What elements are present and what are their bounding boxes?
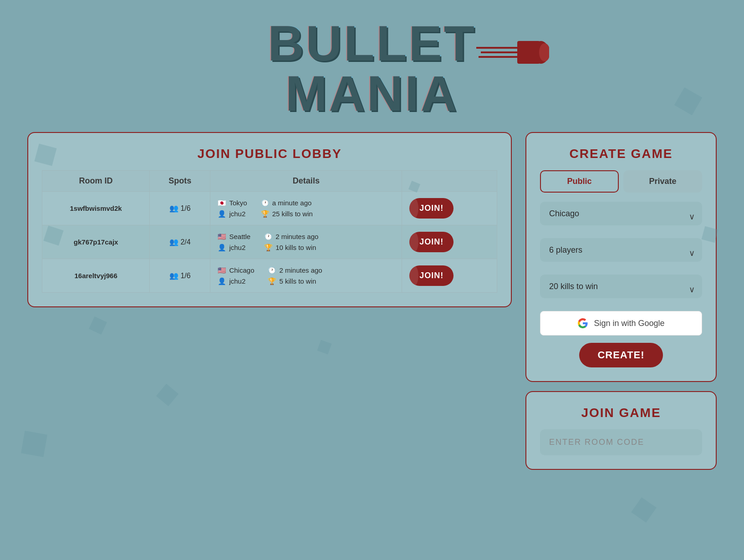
table-row: 1swfbwismvd2k 👥 1/6 🇯🇵 Tokyo 👤 jchu2 — [42, 192, 497, 225]
join-action-cell: JOIN! — [402, 225, 497, 259]
clock-icon: 🕐 — [264, 233, 273, 241]
host-detail: 👤 jchu2 — [218, 277, 254, 285]
time-detail: 🕐 a minute ago — [261, 199, 313, 207]
spots-cell: 👥 2/4 — [150, 225, 210, 259]
kills-detail: 🏆 5 kills to win — [268, 277, 322, 285]
host-icon: 👤 — [218, 277, 226, 285]
spots-cell: 👥 1/6 — [150, 259, 210, 293]
public-toggle-btn[interactable]: Public — [540, 170, 619, 193]
create-game-button[interactable]: CREATE! — [579, 343, 662, 367]
location-dropdown[interactable]: ChicagoTokyoSeattleNew York — [540, 202, 702, 225]
kills-detail: 🏆 25 kills to win — [261, 210, 313, 218]
clock-icon: 🕐 — [261, 199, 270, 207]
spots-cell: 👥 1/6 — [150, 192, 210, 225]
col-header-details: Details — [210, 171, 402, 192]
private-toggle-btn[interactable]: Private — [623, 170, 702, 193]
create-game-panel: CREATE GAME Public Private ChicagoTokyoS… — [525, 132, 717, 382]
col-header-room-id: Room ID — [42, 171, 150, 192]
spots-icon: 👥 — [169, 204, 178, 212]
kills-dropdown[interactable]: 20 kills to win5 kills to win10 kills to… — [540, 275, 702, 298]
location-detail: 🇺🇸 Seattle — [218, 233, 250, 241]
room-code-input[interactable] — [540, 429, 702, 455]
google-logo-icon — [577, 318, 588, 329]
room-id-cell: 16areltvyj966 — [42, 259, 150, 293]
clock-icon: 🕐 — [268, 266, 276, 275]
join-action-cell: JOIN! — [402, 259, 497, 293]
flag-icon: 🇺🇸 — [218, 233, 226, 241]
header: BULLET MANIA — [0, 0, 744, 132]
left-panel: JOIN PUBLIC LOBBY Room ID Spots Details … — [27, 132, 512, 307]
trophy-icon: 🏆 — [261, 210, 270, 218]
host-icon: 👤 — [218, 244, 226, 252]
time-detail: 🕐 2 minutes ago — [264, 233, 318, 241]
trophy-icon: 🏆 — [264, 244, 273, 252]
bullet-icon — [476, 32, 549, 73]
lobby-table: Room ID Spots Details 1swfbwismvd2k 👥 1/… — [42, 170, 497, 293]
join-button[interactable]: JOIN! — [409, 198, 454, 219]
logo-line1: BULLET — [268, 18, 476, 68]
spots-icon: 👥 — [169, 272, 178, 280]
google-signin-label: Sign in with Google — [594, 319, 664, 328]
details-cell: 🇺🇸 Seattle 👤 jchu2 🕐 2 minutes ago — [210, 225, 402, 259]
table-row: gk767p17cajx 👥 2/4 🇺🇸 Seattle 👤 jchu2 — [42, 225, 497, 259]
join-button[interactable]: JOIN! — [409, 232, 454, 252]
flag-icon: 🇯🇵 — [218, 199, 226, 207]
trophy-icon: 🏆 — [268, 277, 276, 285]
location-detail: 🇯🇵 Tokyo — [218, 199, 247, 207]
join-button[interactable]: JOIN! — [409, 265, 454, 286]
logo-line2: MANIA — [268, 68, 476, 118]
join-game-title: JOIN GAME — [540, 406, 702, 420]
players-dropdown[interactable]: 6 players2 players4 players8 players — [540, 238, 702, 262]
right-panel: CREATE GAME Public Private ChicagoTokyoS… — [525, 132, 717, 470]
public-lobby-title: JOIN PUBLIC LOBBY — [42, 147, 497, 161]
logo-text: BULLET MANIA — [268, 18, 476, 118]
table-row: 16areltvyj966 👥 1/6 🇺🇸 Chicago 👤 jchu2 — [42, 259, 497, 293]
details-cell: 🇯🇵 Tokyo 👤 jchu2 🕐 a minute ago — [210, 192, 402, 225]
spots-icon: 👥 — [169, 238, 178, 246]
col-header-spots: Spots — [150, 171, 210, 192]
create-game-title: CREATE GAME — [540, 147, 702, 161]
host-detail: 👤 jchu2 — [218, 210, 247, 218]
players-dropdown-wrapper: 6 players2 players4 players8 players — [540, 238, 702, 268]
logo-container: BULLET MANIA — [268, 18, 476, 118]
kills-dropdown-wrapper: 20 kills to win5 kills to win10 kills to… — [540, 275, 702, 305]
main-content: JOIN PUBLIC LOBBY Room ID Spots Details … — [0, 132, 744, 470]
room-id-cell: 1swfbwismvd2k — [42, 192, 150, 225]
time-detail: 🕐 2 minutes ago — [268, 266, 322, 275]
kills-detail: 🏆 10 kills to win — [264, 244, 318, 252]
details-cell: 🇺🇸 Chicago 👤 jchu2 🕐 2 minutes ago — [210, 259, 402, 293]
flag-icon: 🇺🇸 — [218, 266, 226, 275]
visibility-toggle: Public Private — [540, 170, 702, 193]
google-signin-button[interactable]: Sign in with Google — [540, 311, 702, 336]
join-game-panel: JOIN GAME — [525, 391, 717, 470]
host-detail: 👤 jchu2 — [218, 244, 250, 252]
location-dropdown-wrapper: ChicagoTokyoSeattleNew York — [540, 202, 702, 232]
host-icon: 👤 — [218, 210, 226, 218]
join-action-cell: JOIN! — [402, 192, 497, 225]
location-detail: 🇺🇸 Chicago — [218, 266, 254, 275]
